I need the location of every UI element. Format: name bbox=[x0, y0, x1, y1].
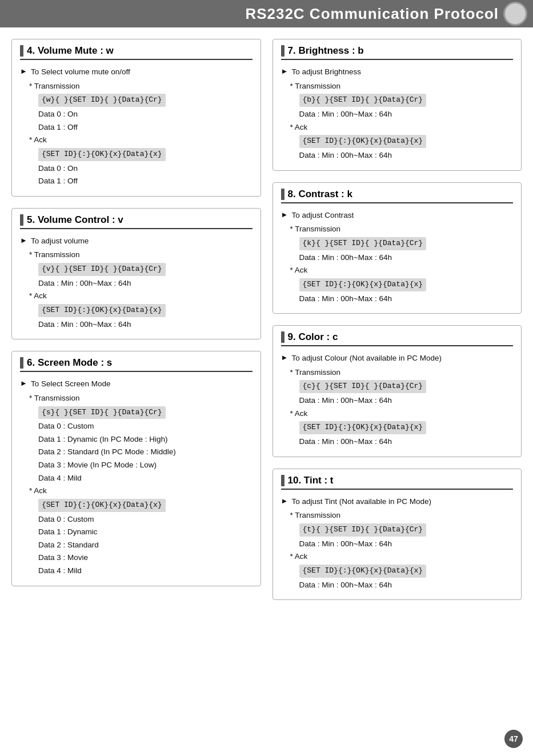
section-10-title: 10. Tint : t bbox=[281, 475, 514, 490]
tx-data-6-0: Data 0 : Custom bbox=[38, 420, 253, 433]
section-5-bullet: ► To adjust volume bbox=[20, 235, 253, 247]
ack-data-5-0: Data : Min : 00h~Max : 64h bbox=[38, 318, 253, 331]
ack-label-8: * Ack bbox=[290, 264, 514, 277]
section-9-body: ► To adjust Colour (Not available in PC … bbox=[281, 352, 514, 448]
section-10-tint: 10. Tint : t ► To adjust Tint (Not avail… bbox=[272, 469, 522, 601]
bullet-arrow-icon: ► bbox=[281, 209, 288, 221]
section-7-title: 7. Brightness : b bbox=[281, 45, 514, 60]
tx-data-6-1: Data 1 : Dynamic (In PC Mode : High) bbox=[38, 433, 253, 446]
page-header: RS232C Communication Protocol bbox=[0, 0, 533, 27]
ack-data-6-0: Data 0 : Custom bbox=[38, 513, 253, 526]
bullet-arrow-icon: ► bbox=[281, 352, 288, 364]
bullet-arrow-icon: ► bbox=[20, 378, 27, 390]
section-4-volume-mute: 4. Volume Mute : w ► To Select volume mu… bbox=[11, 39, 261, 197]
tx-data-4-0: Data 0 : On bbox=[38, 108, 253, 121]
bullet-arrow-icon: ► bbox=[281, 66, 288, 78]
section-10-body: ► To adjust Tint (Not available in PC Mo… bbox=[281, 495, 514, 591]
ack-cmd-8: {SET ID}{:}{OK}{x}{Data}{x} bbox=[299, 278, 427, 291]
ack-data-7-0: Data : Min : 00h~Max : 64h bbox=[299, 149, 514, 162]
section-title-bar bbox=[20, 357, 23, 369]
ack-data-8-0: Data : Min : 00h~Max : 64h bbox=[299, 293, 514, 305]
section-7-brightness: 7. Brightness : b ► To adjust Brightness… bbox=[272, 39, 522, 171]
ack-data-9-0: Data : Min : 00h~Max : 64h bbox=[299, 435, 514, 448]
section-5-body: ► To adjust volume * Transmission {v}{ }… bbox=[20, 235, 253, 331]
transmission-cmd-5: {v}{ }{SET ID}{ }{Data}{Cr} bbox=[38, 263, 166, 276]
section-9-bullet: ► To adjust Colour (Not available in PC … bbox=[281, 352, 514, 365]
header-circle-decoration bbox=[503, 2, 527, 26]
bullet-arrow-icon: ► bbox=[20, 235, 27, 247]
ack-label-7: * Ack bbox=[290, 121, 514, 134]
transmission-cmd-4: {w}{ }{SET ID}{ }{Data}{Cr} bbox=[38, 94, 166, 107]
section-title-bar bbox=[20, 214, 23, 226]
section-8-body: ► To adjust Contrast * Transmission {k}{… bbox=[281, 209, 514, 305]
section-4-body: ► To Select volume mute on/off * Transmi… bbox=[20, 66, 253, 187]
transmission-label-10: * Transmission bbox=[290, 509, 514, 522]
tx-data-5-0: Data : Min : 00h~Max : 64h bbox=[38, 277, 253, 290]
tx-data-6-3: Data 3 : Movie (In PC Mode : Low) bbox=[38, 459, 253, 471]
section-title-bar bbox=[281, 331, 284, 343]
section-5-title: 5. Volume Control : v bbox=[20, 214, 253, 229]
page-content: 4. Volume Mute : w ► To Select volume mu… bbox=[0, 27, 533, 611]
ack-cmd-7: {SET ID}{:}{OK}{x}{Data}{x} bbox=[299, 135, 427, 148]
ack-label-10: * Ack bbox=[290, 550, 514, 563]
tx-data-9-0: Data : Min : 00h~Max : 64h bbox=[299, 394, 514, 407]
section-7-body: ► To adjust Brightness * Transmission {b… bbox=[281, 66, 514, 162]
ack-label-6: * Ack bbox=[29, 485, 253, 497]
page-number: 47 bbox=[504, 730, 523, 748]
right-column: 7. Brightness : b ► To adjust Brightness… bbox=[272, 39, 522, 600]
page: RS232C Communication Protocol 4. Volume … bbox=[0, 0, 533, 756]
section-9-color: 9. Color : c ► To adjust Colour (Not ava… bbox=[272, 325, 522, 457]
ack-label-9: * Ack bbox=[290, 407, 514, 420]
tx-data-6-4: Data 4 : Mild bbox=[38, 472, 253, 485]
transmission-label-4: * Transmission bbox=[29, 80, 253, 93]
section-title-bar bbox=[281, 45, 284, 57]
transmission-label-6: * Transmission bbox=[29, 392, 253, 405]
section-title-bar bbox=[20, 45, 23, 57]
transmission-cmd-10: {t}{ }{SET ID}{ }{Data}{Cr} bbox=[299, 523, 427, 537]
bullet-arrow-icon: ► bbox=[20, 66, 27, 78]
ack-label-4: * Ack bbox=[29, 134, 253, 146]
section-title-bar bbox=[281, 189, 284, 200]
section-8-contrast: 8. Contrast : k ► To adjust Contrast * T… bbox=[272, 182, 522, 314]
section-5-volume-control: 5. Volume Control : v ► To adjust volume… bbox=[11, 208, 261, 340]
section-6-body: ► To Select Screen Mode * Transmission {… bbox=[20, 378, 253, 577]
ack-data-6-4: Data 4 : Mild bbox=[38, 565, 253, 577]
transmission-cmd-8: {k}{ }{SET ID}{ }{Data}{Cr} bbox=[299, 237, 427, 250]
transmission-cmd-7: {b}{ }{SET ID}{ }{Data}{Cr} bbox=[299, 94, 427, 107]
transmission-label-8: * Transmission bbox=[290, 223, 514, 235]
tx-data-6-2: Data 2 : Standard (In PC Mode : Middle) bbox=[38, 446, 253, 458]
tx-data-10-0: Data : Min : 00h~Max : 64h bbox=[299, 538, 514, 550]
left-column: 4. Volume Mute : w ► To Select volume mu… bbox=[11, 39, 261, 600]
transmission-label-9: * Transmission bbox=[290, 366, 514, 379]
tx-data-8-0: Data : Min : 00h~Max : 64h bbox=[299, 251, 514, 264]
ack-data-6-2: Data 2 : Standard bbox=[38, 539, 253, 551]
ack-data-6-3: Data 3 : Movie bbox=[38, 551, 253, 564]
ack-cmd-6: {SET ID}{:}{OK}{x}{Data}{x} bbox=[38, 499, 166, 512]
transmission-label-5: * Transmission bbox=[29, 249, 253, 261]
section-7-bullet: ► To adjust Brightness bbox=[281, 66, 514, 78]
ack-cmd-4: {SET ID}{:}{OK}{x}{Data}{x} bbox=[38, 148, 166, 161]
ack-cmd-10: {SET ID}{:}{OK}{x}{Data}{x} bbox=[299, 565, 427, 578]
ack-data-6-1: Data 1 : Dynamic bbox=[38, 526, 253, 538]
tx-data-4-1: Data 1 : Off bbox=[38, 121, 253, 134]
section-8-title: 8. Contrast : k bbox=[281, 189, 514, 203]
ack-data-4-1: Data 1 : Off bbox=[38, 175, 253, 187]
ack-data-4-0: Data 0 : On bbox=[38, 162, 253, 175]
section-4-bullet: ► To Select volume mute on/off bbox=[20, 66, 253, 78]
page-title: RS232C Communication Protocol bbox=[245, 5, 499, 23]
section-title-bar bbox=[281, 475, 284, 486]
ack-cmd-5: {SET ID}{:}{OK}{x}{Data}{x} bbox=[38, 304, 166, 317]
ack-cmd-9: {SET ID}{:}{OK}{x}{Data}{x} bbox=[299, 421, 427, 434]
section-9-title: 9. Color : c bbox=[281, 331, 514, 346]
section-10-bullet: ► To adjust Tint (Not available in PC Mo… bbox=[281, 495, 514, 508]
section-6-title: 6. Screen Mode : s bbox=[20, 357, 253, 372]
bullet-arrow-icon: ► bbox=[281, 495, 288, 507]
section-8-bullet: ► To adjust Contrast bbox=[281, 209, 514, 222]
section-6-screen-mode: 6. Screen Mode : s ► To Select Screen Mo… bbox=[11, 351, 261, 586]
section-4-title: 4. Volume Mute : w bbox=[20, 45, 253, 60]
transmission-label-7: * Transmission bbox=[290, 80, 514, 93]
section-6-bullet: ► To Select Screen Mode bbox=[20, 378, 253, 390]
transmission-cmd-6: {s}{ }{SET ID}{ }{Data}{Cr} bbox=[38, 406, 166, 419]
ack-label-5: * Ack bbox=[29, 290, 253, 302]
tx-data-7-0: Data : Min : 00h~Max : 64h bbox=[299, 108, 514, 121]
